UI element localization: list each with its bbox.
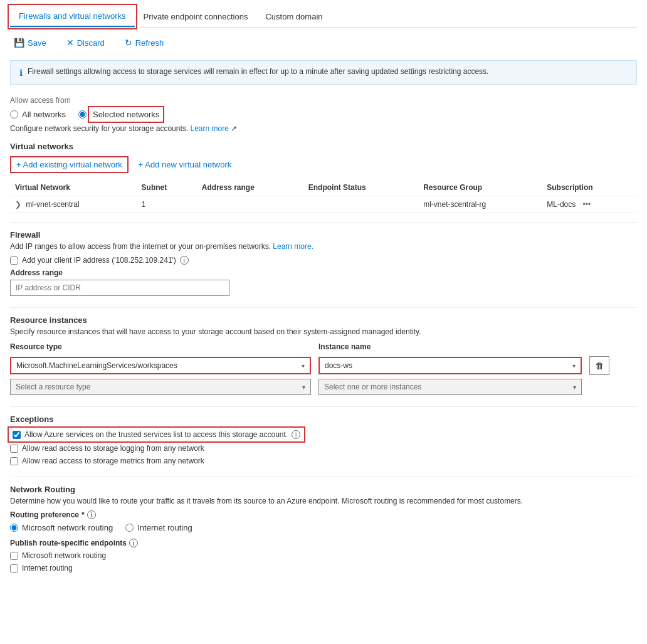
vnet-status: [303, 196, 418, 213]
microsoft-routing-input[interactable]: [10, 524, 18, 532]
publish-microsoft-row: Microsoft network routing: [10, 551, 637, 560]
selected-networks-radio[interactable]: Selected networks: [78, 108, 162, 120]
publish-endpoints-label: Publish route-specific endpoints i: [10, 539, 637, 547]
selected-networks-input[interactable]: [78, 110, 87, 119]
resource-row-headers: Resource type Instance name: [10, 342, 637, 351]
publish-internet-row: Internet routing: [10, 564, 637, 573]
save-icon: 💾: [14, 38, 24, 48]
delete-row-button-1[interactable]: 🗑: [589, 356, 609, 375]
resource-instance-row-1: Microsoft.MachineLearningServices/worksp…: [10, 356, 637, 375]
metrics-checkbox[interactable]: [10, 457, 18, 465]
vnet-subscription: ML-docs •••: [542, 196, 637, 213]
expand-icon[interactable]: ❯: [15, 200, 21, 209]
client-ip-info-icon[interactable]: i: [180, 256, 189, 265]
firewall-description: Add IP ranges to allow access from the i…: [10, 242, 637, 251]
vnet-resource-group: ml-vnet-scentral-rg: [418, 196, 542, 213]
table-row: ❯ ml-vnet-scentral 1 ml-vnet-scentral-rg…: [10, 196, 637, 213]
firewall-title: Firewall: [10, 230, 637, 240]
resource-instances-description: Specify resource instances that will hav…: [10, 327, 637, 336]
resource-instances-title: Resource instances: [10, 315, 637, 325]
vnet-address: [197, 196, 303, 213]
col-endpoint-status: Endpoint Status: [303, 179, 418, 196]
exception-logging-row: Allow read access to storage logging fro…: [10, 444, 637, 453]
instance-name-select-2[interactable]: Select one or more instances ▾: [318, 379, 582, 395]
publish-internet-checkbox[interactable]: [10, 564, 18, 573]
divider-3: [10, 406, 637, 407]
col-subscription: Subscription: [542, 179, 637, 196]
exceptions-title: Exceptions: [10, 414, 637, 424]
configure-text: Configure network security for your stor…: [10, 124, 637, 133]
col-virtual-network: Virtual Network: [10, 179, 137, 196]
network-routing-title: Network Routing: [10, 485, 637, 494]
ip-address-input[interactable]: [10, 280, 229, 296]
allow-access-label: Allow access from: [10, 96, 637, 105]
resource-instances-section: Resource instances Specify resource inst…: [10, 315, 637, 395]
firewall-learn-more-link[interactable]: Learn more.: [273, 242, 313, 251]
col-subnet: Subnet: [137, 179, 197, 196]
exceptions-section: Exceptions Allow Azure services on the t…: [10, 414, 637, 465]
internet-routing-input[interactable]: [125, 524, 134, 532]
publish-microsoft-checkbox[interactable]: [10, 552, 18, 560]
all-networks-radio[interactable]: All networks: [10, 110, 66, 119]
discard-icon: ✕: [66, 38, 74, 48]
refresh-button[interactable]: ↻ Refresh: [121, 35, 168, 50]
vnet-actions: + Add existing virtual network + Add new…: [10, 156, 637, 173]
divider-4: [10, 477, 637, 477]
resource-instance-row-2: Select a resource type ▾ Select one or m…: [10, 379, 637, 395]
toolbar: 💾 Save ✕ Discard ↻ Refresh: [10, 35, 637, 50]
discard-button[interactable]: ✕ Discard: [63, 35, 108, 50]
chevron-down-icon-4: ▾: [573, 384, 576, 391]
more-options-icon[interactable]: •••: [583, 200, 591, 209]
vnet-subnet: 1: [137, 196, 197, 213]
firewall-section: Firewall Add IP ranges to allow access f…: [10, 230, 637, 296]
instance-name-col: Instance name: [318, 342, 582, 351]
refresh-icon: ↻: [125, 38, 132, 48]
routing-preference-info-icon[interactable]: i: [87, 510, 96, 519]
chevron-down-icon: ▾: [302, 362, 305, 369]
microsoft-routing-radio[interactable]: Microsoft network routing: [10, 523, 113, 532]
info-icon: ℹ: [19, 68, 23, 78]
save-button[interactable]: 💾 Save: [10, 35, 50, 50]
virtual-networks-section: Virtual networks + Add existing virtual …: [10, 142, 637, 213]
network-routing-section: Network Routing Determine how you would …: [10, 485, 637, 573]
vnet-name: ❯ ml-vnet-scentral: [10, 196, 137, 213]
col-address-range: Address range: [197, 179, 303, 196]
tab-private-endpoints[interactable]: Private endpoint connections: [135, 7, 257, 26]
resource-type-select-1[interactable]: Microsoft.MachineLearningServices/worksp…: [10, 357, 311, 374]
allow-access-section: Allow access from All networks Selected …: [10, 96, 637, 133]
chevron-down-icon-2: ▾: [572, 362, 576, 369]
all-networks-input[interactable]: [10, 110, 18, 119]
client-ip-checkbox[interactable]: Add your client IP address ('108.252.109…: [10, 256, 637, 265]
vnet-table: Virtual Network Subnet Address range End…: [10, 179, 637, 213]
access-radio-group: All networks Selected networks: [10, 108, 637, 120]
network-routing-description: Determine how you would like to route yo…: [10, 497, 637, 505]
trusted-services-info-icon[interactable]: i: [292, 430, 300, 439]
exception-metrics-row: Allow read access to storage metrics fro…: [10, 457, 637, 465]
info-banner: ℹ Firewall settings allowing access to s…: [10, 60, 637, 85]
add-existing-vnet-button[interactable]: + Add existing virtual network: [10, 156, 129, 173]
trusted-services-checkbox[interactable]: [13, 431, 21, 439]
address-range-label: Address range: [10, 268, 637, 277]
tab-custom-domain[interactable]: Custom domain: [256, 7, 331, 26]
tabs: Firewalls and virtual networks Private e…: [10, 6, 637, 28]
routing-preference-label: Routing preference * i: [10, 510, 637, 519]
learn-more-link-1[interactable]: Learn more: [190, 124, 228, 133]
divider-2: [10, 307, 637, 308]
logging-checkbox[interactable]: [10, 445, 18, 453]
divider-1: [10, 222, 637, 223]
resource-type-label: Resource type: [10, 342, 311, 351]
instance-name-select-1[interactable]: docs-ws ▾: [318, 357, 582, 374]
delete-icon: 🗑: [595, 361, 604, 371]
chevron-down-icon-3: ▾: [302, 384, 305, 391]
exception-trusted-row: Allow Azure services on the trusted serv…: [10, 429, 303, 440]
instance-name-label: Instance name: [318, 342, 582, 351]
resource-type-select-2[interactable]: Select a resource type ▾: [10, 379, 311, 395]
tab-firewalls[interactable]: Firewalls and virtual networks: [10, 6, 135, 27]
client-ip-input[interactable]: [10, 256, 18, 265]
publish-endpoints-info-icon[interactable]: i: [129, 539, 138, 547]
virtual-networks-title: Virtual networks: [10, 142, 637, 151]
add-new-vnet-button[interactable]: + Add new virtual network: [139, 157, 232, 172]
routing-radio-group: Microsoft network routing Internet routi…: [10, 523, 637, 532]
internet-routing-radio[interactable]: Internet routing: [125, 523, 192, 532]
table-header-row: Virtual Network Subnet Address range End…: [10, 179, 637, 196]
